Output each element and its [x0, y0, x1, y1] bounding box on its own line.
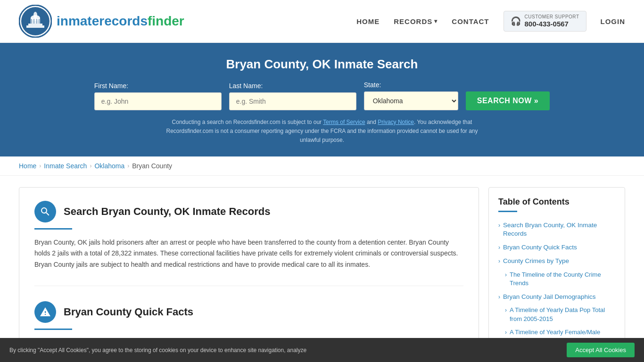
- cookie-bar-text: By clicking "Accept All Cookies", you ag…: [9, 347, 559, 354]
- toc-item-3[interactable]: › County Crimes by Type: [498, 255, 615, 268]
- section-header-1: Search Bryan County, OK Inmate Records: [34, 201, 463, 222]
- svg-rect-4: [28, 24, 42, 25]
- section-underline-1: [34, 228, 72, 230]
- toc-item-1[interactable]: › Search Bryan County, OK Inmate Records: [498, 219, 615, 241]
- accept-cookies-button[interactable]: Accept All Cookies: [567, 343, 635, 357]
- search-icon: [40, 206, 51, 217]
- page-title: Bryan County, OK Inmate Search: [19, 57, 625, 72]
- state-select[interactable]: Oklahoma: [364, 91, 458, 110]
- main-nav: HOME RECORDS ▾ CONTACT 🎧 CUSTOMER SUPPOR…: [356, 11, 625, 32]
- nav-login[interactable]: LOGIN: [601, 17, 626, 25]
- toc-item-text-1: Search Bryan County, OK Inmate Records: [503, 221, 615, 239]
- toc-item-6[interactable]: › A Timeline of Yearly Data Pop Total fr…: [498, 304, 615, 325]
- toc-divider: [498, 211, 517, 212]
- toc-item-5[interactable]: › Bryan County Jail Demographics: [498, 290, 615, 304]
- chevron-right-icon-5: ›: [498, 294, 500, 300]
- chevron-down-icon: ▾: [434, 18, 438, 25]
- toc-item-text-5: Bryan County Jail Demographics: [503, 293, 596, 302]
- breadcrumb-current: Bryan County: [132, 162, 172, 170]
- article: Search Bryan County, OK Inmate Records B…: [19, 187, 479, 362]
- last-name-label: Last Name:: [229, 82, 263, 90]
- nav-contact[interactable]: CONTACT: [452, 17, 489, 25]
- toc-item-text-4: The Timeline of the County Crime Trends: [510, 271, 615, 288]
- warning-icon: [40, 306, 51, 318]
- section-title-2: Bryan County Quick Facts: [64, 306, 193, 318]
- section-title-1: Search Bryan County, OK Inmate Records: [64, 206, 271, 218]
- logo-icon: [19, 5, 52, 38]
- toc-title: Table of Contents: [498, 197, 615, 207]
- search-icon-circle: [34, 201, 56, 222]
- nav-home[interactable]: HOME: [356, 17, 380, 25]
- breadcrumb-home[interactable]: Home: [19, 162, 36, 170]
- first-name-input[interactable]: [94, 92, 222, 110]
- toc-sidebar: Table of Contents › Search Bryan County,…: [488, 187, 625, 351]
- hero-disclaimer: Conducting a search on Recordsfinder.com…: [157, 118, 487, 145]
- support-box[interactable]: 🎧 CUSTOMER SUPPORT 800-433-0567: [504, 11, 586, 32]
- svg-rect-9: [36, 19, 37, 24]
- section-header-2: Bryan County Quick Facts: [34, 301, 463, 323]
- breadcrumb: Home › Inmate Search › Oklahoma › Bryan …: [0, 156, 644, 176]
- chevron-right-icon: ›: [498, 222, 500, 229]
- breadcrumb-sep-3: ›: [127, 163, 129, 169]
- headset-icon: 🎧: [511, 16, 521, 26]
- last-name-group: Last Name:: [229, 82, 356, 110]
- logo[interactable]: inmaterecordsfinder: [19, 5, 184, 38]
- breadcrumb-oklahoma[interactable]: Oklahoma: [94, 162, 124, 170]
- terms-link[interactable]: Terms of Service: [323, 119, 365, 125]
- search-form: First Name: Last Name: State: Oklahoma S…: [19, 81, 625, 110]
- toc-item-text-7: A Timeline of Yearly Female/Male: [510, 328, 600, 337]
- nav-records[interactable]: RECORDS ▾: [394, 17, 438, 25]
- section-text-1: Bryan County, OK jails hold prisoners af…: [34, 237, 463, 271]
- hero-section: Bryan County, OK Inmate Search First Nam…: [0, 43, 644, 156]
- svg-rect-7: [31, 19, 32, 24]
- chevron-right-icon-4: ›: [505, 272, 507, 278]
- first-name-label: First Name:: [94, 82, 128, 90]
- last-name-input[interactable]: [229, 92, 356, 110]
- svg-rect-8: [33, 19, 34, 24]
- breadcrumb-inmate-search[interactable]: Inmate Search: [44, 162, 87, 170]
- toc-item-text-3: County Crimes by Type: [503, 257, 569, 266]
- first-name-group: First Name:: [94, 82, 222, 110]
- chevron-right-icon-6: ›: [505, 307, 507, 313]
- search-button[interactable]: SEARCH NOW »: [466, 91, 550, 110]
- svg-point-6: [33, 12, 37, 18]
- breadcrumb-sep-1: ›: [39, 163, 41, 169]
- logo-text: inmaterecordsfinder: [57, 14, 184, 29]
- cookie-bar: By clicking "Accept All Cookies", you ag…: [0, 338, 644, 362]
- chevron-right-icon-3: ›: [498, 258, 500, 264]
- toc-item-4[interactable]: › The Timeline of the County Crime Trend…: [498, 268, 615, 290]
- toc-item-7[interactable]: › A Timeline of Yearly Female/Male: [498, 326, 615, 339]
- state-group: State: Oklahoma: [364, 81, 458, 110]
- chevron-right-icon-7: ›: [505, 329, 507, 336]
- main-content: Search Bryan County, OK Inmate Records B…: [0, 176, 644, 362]
- state-label: State:: [364, 81, 381, 89]
- toc-item-text-2: Bryan County Quick Facts: [503, 243, 577, 252]
- chevron-right-icon-2: ›: [498, 244, 500, 251]
- support-info: CUSTOMER SUPPORT 800-433-0567: [525, 14, 579, 28]
- breadcrumb-sep-2: ›: [90, 163, 91, 169]
- svg-rect-10: [39, 19, 40, 24]
- warning-icon-circle: [34, 301, 56, 323]
- site-header: inmaterecordsfinder HOME RECORDS ▾ CONTA…: [0, 0, 644, 43]
- section-search-records: Search Bryan County, OK Inmate Records B…: [34, 201, 463, 286]
- toc-item-text-6: A Timeline of Yearly Data Pop Total from…: [510, 306, 615, 323]
- section-underline-2: [34, 329, 72, 330]
- toc-item-2[interactable]: › Bryan County Quick Facts: [498, 241, 615, 255]
- svg-rect-5: [26, 25, 44, 28]
- privacy-link[interactable]: Privacy Notice: [378, 119, 414, 125]
